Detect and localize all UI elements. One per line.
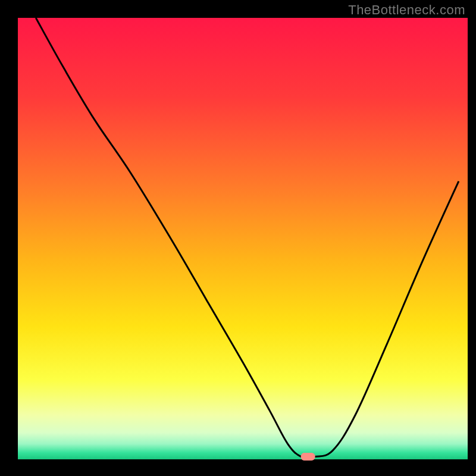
minimum-marker	[301, 453, 315, 461]
attribution-text: TheBottleneck.com	[348, 2, 465, 18]
bottleneck-chart: TheBottleneck.com	[0, 0, 476, 476]
gradient-background	[18, 18, 468, 459]
plot-area	[0, 0, 476, 476]
